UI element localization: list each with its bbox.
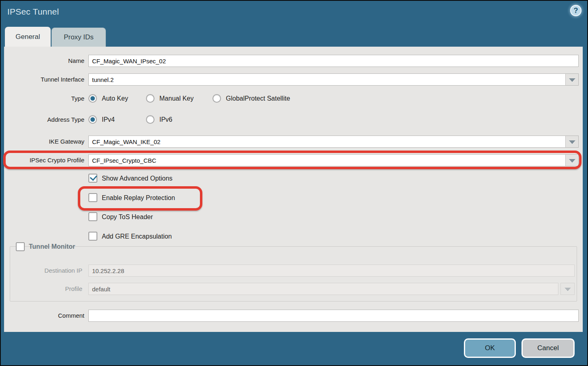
profile-input — [88, 283, 558, 295]
cancel-button[interactable]: Cancel — [521, 338, 575, 358]
ipv6-radio[interactable] — [146, 115, 155, 124]
comment-row: Comment — [4, 310, 583, 322]
show-advanced-options-label: Show Advanced Options — [102, 173, 172, 183]
name-label: Name — [4, 55, 84, 67]
auto-key-label: Auto Key — [102, 93, 128, 104]
enable-replay-protection-label: Enable Replay Protection — [102, 193, 175, 203]
add-gre-encapsulation-checkbox[interactable] — [88, 232, 97, 241]
ipv6-label: IPv6 — [159, 114, 172, 125]
tunnel-monitor-legend: Tunnel Monitor — [16, 241, 22, 252]
tab-proxy-ids[interactable]: Proxy IDs — [52, 28, 106, 47]
general-tab-panel: Name Tunnel Interface Type Auto Key Manu… — [4, 47, 583, 332]
ike-gateway-row: IKE Gateway — [4, 136, 583, 148]
destination-ip-row: Destination IP — [4, 265, 583, 277]
globalprotect-satellite-radio[interactable] — [212, 94, 221, 103]
tab-proxy-ids-label: Proxy IDs — [64, 33, 94, 41]
manual-key-label: Manual Key — [159, 93, 194, 104]
globalprotect-satellite-label: GlobalProtect Satellite — [226, 93, 290, 104]
show-advanced-options-checkbox[interactable] — [88, 174, 97, 183]
manual-key-radio[interactable] — [146, 94, 155, 103]
ipsec-tunnel-dialog: IPSec Tunnel General Proxy IDs Name Tunn… — [0, 0, 588, 366]
address-type-row: Address Type IPv4 IPv6 — [4, 114, 583, 125]
tunnel-monitor-label: Tunnel Monitor — [29, 241, 75, 252]
auto-key-radio[interactable] — [88, 94, 97, 103]
enable-replay-protection-checkbox[interactable] — [88, 193, 97, 202]
ike-gateway-label: IKE Gateway — [4, 136, 84, 148]
ipv4-label: IPv4 — [102, 114, 115, 125]
tunnel-interface-label: Tunnel Interface — [4, 73, 84, 86]
ipsec-crypto-profile-input[interactable] — [88, 154, 566, 166]
copy-tos-header-checkbox[interactable] — [88, 212, 97, 221]
copy-tos-header-label: Copy ToS Header — [102, 212, 153, 222]
ipsec-crypto-profile-dropdown-button[interactable] — [565, 154, 579, 166]
tab-general-label: General — [15, 33, 40, 41]
ike-gateway-input[interactable] — [88, 136, 566, 148]
profile-row: Profile — [4, 283, 583, 295]
address-type-label: Address Type — [4, 114, 84, 125]
tunnel-interface-row: Tunnel Interface — [4, 73, 583, 86]
chevron-down-icon — [569, 78, 575, 82]
profile-dropdown-button — [560, 283, 575, 295]
help-icon[interactable] — [570, 5, 582, 16]
destination-ip-input — [88, 265, 575, 277]
dialog-title: IPSec Tunnel — [7, 7, 59, 17]
tunnel-interface-input[interactable] — [88, 73, 566, 86]
tunnel-interface-dropdown-button[interactable] — [565, 73, 579, 86]
ipsec-crypto-profile-row: IPSec Crypto Profile — [4, 154, 583, 166]
name-row: Name — [4, 55, 583, 67]
name-input[interactable] — [88, 55, 579, 67]
type-label: Type — [4, 93, 84, 104]
tunnel-monitor-checkbox[interactable] — [16, 242, 25, 251]
chevron-down-icon — [569, 159, 575, 163]
comment-label: Comment — [4, 310, 84, 322]
comment-input[interactable] — [88, 310, 579, 322]
ipsec-crypto-profile-label: IPSec Crypto Profile — [4, 154, 84, 166]
chevron-down-icon — [569, 140, 575, 144]
title-bar: IPSec Tunnel — [1, 1, 587, 24]
type-row: Type Auto Key Manual Key GlobalProtect S… — [4, 93, 583, 104]
ok-button[interactable]: OK — [464, 338, 516, 358]
tab-general[interactable]: General — [5, 27, 51, 47]
ike-gateway-dropdown-button[interactable] — [565, 136, 579, 148]
profile-label: Profile — [4, 283, 82, 295]
add-gre-encapsulation-label: Add GRE Encapsulation — [102, 231, 172, 241]
chevron-down-icon — [564, 288, 571, 291]
ipv4-radio[interactable] — [88, 115, 97, 124]
destination-ip-label: Destination IP — [4, 265, 82, 277]
